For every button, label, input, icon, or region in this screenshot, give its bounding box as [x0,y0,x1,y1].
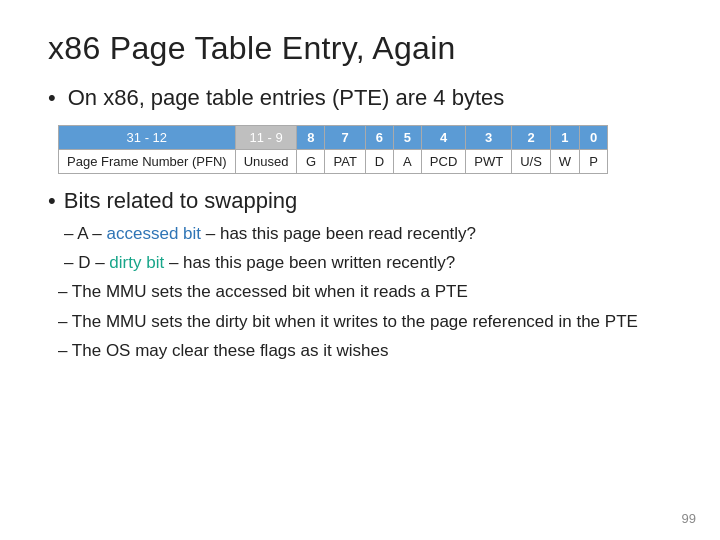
cell-5: 5 [393,126,421,150]
cell-4: 4 [421,126,465,150]
label-pcd: PCD [421,150,465,174]
cell-7: 7 [325,126,365,150]
sub-bullet-1: – A – accessed bit – has this page been … [58,220,672,247]
slide: x86 Page Table Entry, Again On x86, page… [0,0,720,540]
sub-bullet-3: – The MMU sets the accessed bit when it … [58,278,672,305]
bullet2: Bits related to swapping [48,188,672,214]
label-p: P [580,150,608,174]
label-g: G [297,150,325,174]
label-unused: Unused [235,150,297,174]
label-a: A [393,150,421,174]
label-us: U/S [512,150,551,174]
label-pwt: PWT [466,150,512,174]
table-row-header: 31 - 12 11 - 9 8 7 6 5 4 3 2 1 0 [59,126,608,150]
cell-8: 8 [297,126,325,150]
sub-bullet-5: – The OS may clear these flags as it wis… [58,337,672,364]
sub-bullet-2: – D – dirty bit – has this page been wri… [58,249,672,276]
cell-0: 0 [580,126,608,150]
slide-title: x86 Page Table Entry, Again [48,30,672,67]
pte-table: 31 - 12 11 - 9 8 7 6 5 4 3 2 1 0 Page Fr… [58,125,608,174]
label-d: D [365,150,393,174]
cell-6: 6 [365,126,393,150]
sub-bullets-list: – A – accessed bit – has this page been … [58,220,672,364]
cell-1: 1 [550,126,579,150]
table-row-labels: Page Frame Number (PFN) Unused G PAT D A… [59,150,608,174]
pte-table-wrapper: 31 - 12 11 - 9 8 7 6 5 4 3 2 1 0 Page Fr… [58,125,672,174]
sub-bullet-4: – The MMU sets the dirty bit when it wri… [58,308,672,335]
cell-2: 2 [512,126,551,150]
label-pfn: Page Frame Number (PFN) [59,150,236,174]
label-w: W [550,150,579,174]
page-number: 99 [682,511,696,526]
bullet1: On x86, page table entries (PTE) are 4 b… [48,85,672,111]
cell-31-12: 31 - 12 [59,126,236,150]
label-pat: PAT [325,150,365,174]
cell-3: 3 [466,126,512,150]
cell-11-9: 11 - 9 [235,126,297,150]
